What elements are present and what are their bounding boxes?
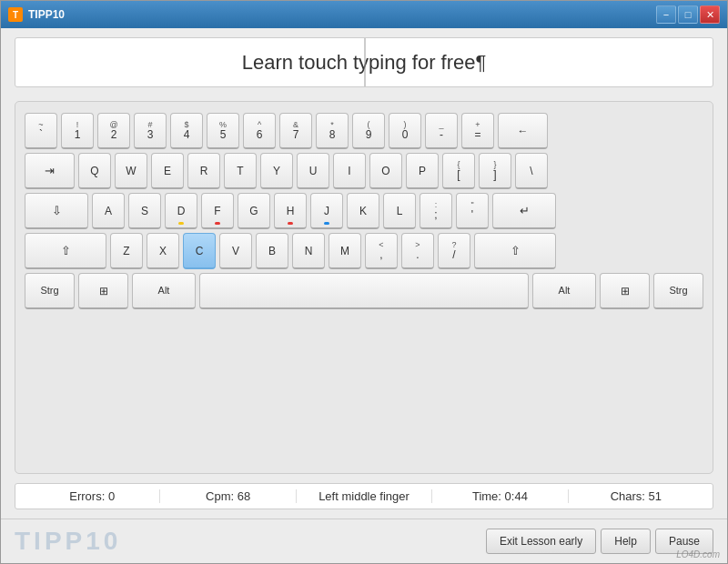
key-rctrl[interactable]: Strg xyxy=(653,273,703,309)
main-window: T TIPP10 − □ ✕ Learn touch typing for fr… xyxy=(0,0,728,564)
key-rwin[interactable]: ⊞ xyxy=(600,273,650,309)
key-o[interactable]: O xyxy=(369,153,402,189)
key-3[interactable]: #3 xyxy=(134,113,167,149)
key-slash[interactable]: ?/ xyxy=(438,233,470,269)
key-quote[interactable]: "' xyxy=(456,193,489,229)
key-9[interactable]: (9 xyxy=(352,113,385,149)
key-row-numbers: ~` !1 @2 #3 $4 %5 ^6 &7 *8 (9 )0 _- += ← xyxy=(25,113,703,149)
close-button[interactable]: ✕ xyxy=(700,5,720,24)
key-8[interactable]: *8 xyxy=(316,113,349,149)
finger-stat: Left middle finger xyxy=(297,489,432,503)
key-lalt[interactable]: Alt xyxy=(132,273,196,309)
key-row-asdf: ⇩ A S D F G H J xyxy=(25,193,703,229)
stats-bar: Errors: 0 Cpm: 68 Left middle finger Tim… xyxy=(15,483,713,509)
chars-value: 51 xyxy=(649,489,662,503)
key-d[interactable]: D xyxy=(165,193,197,229)
key-a[interactable]: A xyxy=(92,193,125,229)
key-b[interactable]: B xyxy=(256,233,288,269)
key-y[interactable]: Y xyxy=(260,153,293,189)
key-t[interactable]: T xyxy=(224,153,257,189)
key-capslock[interactable]: ⇩ xyxy=(25,193,88,229)
key-c[interactable]: C xyxy=(183,233,216,269)
key-comma[interactable]: <, xyxy=(365,233,398,269)
key-s[interactable]: S xyxy=(128,193,161,229)
key-h[interactable]: H xyxy=(274,193,307,229)
key-row-qwerty: ⇥ Q W E R T Y U I O P {[ }] \ xyxy=(25,153,703,189)
key-1[interactable]: !1 xyxy=(61,113,94,149)
title-bar: T TIPP10 − □ ✕ xyxy=(1,1,727,28)
time-label: Time: xyxy=(472,489,501,503)
key-p[interactable]: P xyxy=(406,153,439,189)
keyboard-container: ~` !1 @2 #3 $4 %5 ^6 &7 *8 (9 )0 _- += ←… xyxy=(15,101,713,474)
key-enter[interactable]: ↵ xyxy=(492,193,556,229)
key-i[interactable]: I xyxy=(333,153,366,189)
main-content: Learn touch typing for free¶ ~` !1 @2 #3… xyxy=(1,28,727,519)
key-z[interactable]: Z xyxy=(110,233,143,269)
key-minus[interactable]: _- xyxy=(425,113,458,149)
maximize-button[interactable]: □ xyxy=(678,5,698,24)
key-lshift[interactable]: ⇧ xyxy=(25,233,106,269)
finger-label: Left middle finger xyxy=(318,489,410,503)
key-4[interactable]: $4 xyxy=(170,113,203,149)
key-7[interactable]: &7 xyxy=(279,113,312,149)
key-u[interactable]: U xyxy=(297,153,329,189)
chars-label: Chars: xyxy=(611,489,645,503)
key-6[interactable]: ^6 xyxy=(243,113,276,149)
key-x[interactable]: X xyxy=(147,233,179,269)
key-lctrl[interactable]: Strg xyxy=(25,273,75,309)
key-backspace[interactable]: ← xyxy=(498,113,548,149)
key-2[interactable]: @2 xyxy=(97,113,130,149)
key-tab[interactable]: ⇥ xyxy=(25,153,75,189)
key-lwin[interactable]: ⊞ xyxy=(78,273,128,309)
app-icon: T xyxy=(8,7,23,22)
cpm-value: 68 xyxy=(238,489,250,503)
logo-text: TIPP10 xyxy=(15,527,121,556)
minimize-button[interactable]: − xyxy=(656,5,676,24)
cpm-stat: Cpm: 68 xyxy=(160,489,296,503)
key-rshift[interactable]: ⇧ xyxy=(474,233,556,269)
key-v[interactable]: V xyxy=(219,233,252,269)
errors-value: 0 xyxy=(108,489,115,503)
key-lbracket[interactable]: {[ xyxy=(442,153,475,189)
key-0[interactable]: )0 xyxy=(389,113,421,149)
key-n[interactable]: N xyxy=(292,233,325,269)
key-rbracket[interactable]: }] xyxy=(479,153,511,189)
text-display: Learn touch typing for free¶ xyxy=(15,37,713,87)
key-r[interactable]: R xyxy=(187,153,220,189)
cursor-line xyxy=(364,38,366,86)
errors-stat: Errors: 0 xyxy=(25,489,160,503)
key-w[interactable]: W xyxy=(115,153,147,189)
watermark: LO4D.com xyxy=(676,549,720,559)
key-ralt[interactable]: Alt xyxy=(532,273,596,309)
logo-area: TIPP10 xyxy=(15,527,486,556)
key-g[interactable]: G xyxy=(238,193,270,229)
key-period[interactable]: >. xyxy=(401,233,434,269)
time-stat: Time: 0:44 xyxy=(432,489,568,503)
bottom-bar: TIPP10 Exit Lesson early Help Pause LO4D… xyxy=(1,519,727,563)
key-semicolon[interactable]: :; xyxy=(420,193,452,229)
cpm-label: Cpm: xyxy=(206,489,234,503)
key-equals[interactable]: += xyxy=(461,113,494,149)
key-l[interactable]: L xyxy=(383,193,416,229)
key-q[interactable]: Q xyxy=(78,153,111,189)
key-m[interactable]: M xyxy=(329,233,361,269)
errors-label: Errors: xyxy=(69,489,105,503)
key-f[interactable]: F xyxy=(201,193,234,229)
key-backslash[interactable]: \ xyxy=(515,153,548,189)
title-bar-text: TIPP10 xyxy=(28,8,656,21)
chars-stat: Chars: 51 xyxy=(569,489,703,503)
key-e[interactable]: E xyxy=(151,153,184,189)
title-bar-buttons: − □ ✕ xyxy=(656,5,720,24)
key-backtick[interactable]: ~` xyxy=(25,113,57,149)
help-button[interactable]: Help xyxy=(601,529,651,554)
exit-lesson-button[interactable]: Exit Lesson early xyxy=(486,529,596,554)
key-j[interactable]: J xyxy=(310,193,343,229)
key-row-bottom: Strg ⊞ Alt Alt ⊞ Strg xyxy=(25,273,703,309)
key-row-zxcv: ⇧ Z X C V B N M <, >. ?/ ⇧ xyxy=(25,233,703,269)
key-space[interactable] xyxy=(199,273,529,309)
time-value: 0:44 xyxy=(505,489,528,503)
key-k[interactable]: K xyxy=(347,193,379,229)
key-5[interactable]: %5 xyxy=(207,113,239,149)
